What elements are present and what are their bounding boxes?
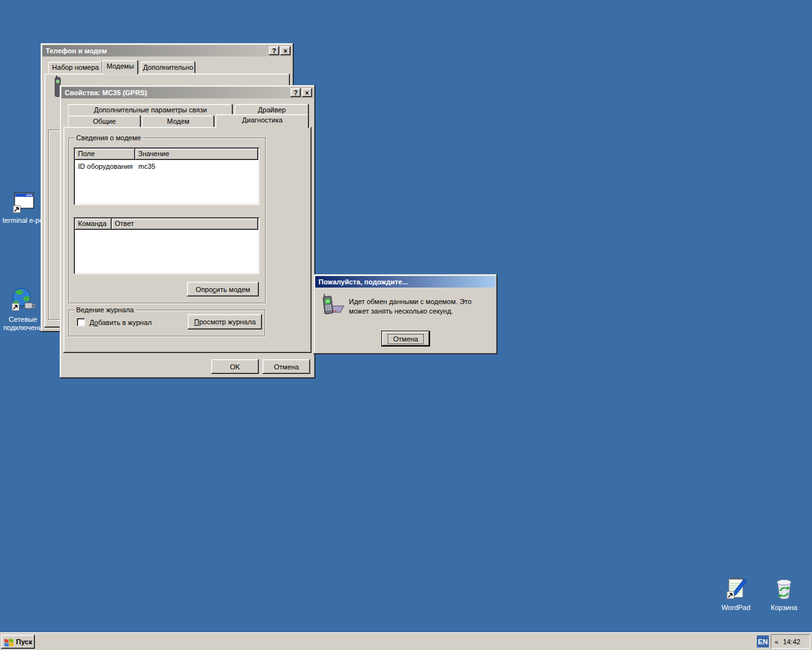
tab-obshchie[interactable]: Общие bbox=[68, 116, 141, 127]
ok-button[interactable]: OK bbox=[211, 359, 259, 374]
window-title: Телефон и модем bbox=[46, 47, 268, 55]
tab-dop-parametry-svyazi[interactable]: Дополнительные параметры связи bbox=[68, 104, 233, 116]
clock: 14:42 bbox=[783, 638, 801, 646]
column-header-otvet[interactable]: Ответ bbox=[112, 218, 258, 230]
icon-label: terminal e-po bbox=[0, 216, 47, 225]
icon-label-line1: Сетевые bbox=[0, 315, 47, 324]
wait-message: Идет обмен данными с модемом. Это может … bbox=[349, 297, 491, 316]
wait-dialog-titlebar[interactable]: Пожалуйста, подождите... bbox=[315, 276, 495, 288]
language-indicator[interactable]: EN bbox=[757, 635, 769, 647]
wait-cancel-button[interactable]: Отмена bbox=[382, 331, 429, 346]
please-wait-dialog: Пожалуйста, подождите... Идет обмен данн… bbox=[313, 274, 497, 354]
desktop-icon-network-connections[interactable]: Сетевые подключени bbox=[0, 287, 47, 332]
network-connections-globe-icon bbox=[10, 287, 36, 314]
logging-groupbox: Ведение журнала Добавить в журнал Просмо… bbox=[69, 310, 265, 336]
properties-titlebar[interactable]: Свойства: MC35 (GPRS) ? × bbox=[62, 87, 313, 98]
taskbar: Пуск EN « 14:42 bbox=[0, 632, 812, 650]
modem-info-groupbox: Сведения о модеме Поле Значение ID обору… bbox=[69, 138, 266, 303]
wordpad-notepad-pen-icon bbox=[723, 575, 749, 602]
desktop-icon-terminal[interactable]: terminal e-po bbox=[0, 192, 47, 225]
close-button[interactable]: × bbox=[302, 88, 312, 97]
tab-nabor-nomera[interactable]: Набор номера bbox=[48, 62, 103, 73]
icon-label: Корзина bbox=[760, 604, 808, 612]
tab-diagnostika[interactable]: Диагностика bbox=[216, 114, 309, 128]
groupbox-title: Ведение журнала bbox=[74, 306, 136, 314]
close-button[interactable]: × bbox=[280, 46, 291, 55]
start-label: Пуск bbox=[16, 638, 32, 646]
focus-rect: Отмена bbox=[388, 334, 424, 344]
icon-label: WordPad bbox=[712, 604, 760, 612]
tab-dopolnitelno[interactable]: Дополнительно bbox=[141, 62, 195, 73]
diagnostics-tab-page: Сведения о модеме Поле Значение ID обору… bbox=[63, 127, 311, 353]
add-to-log-label: Добавить в журнал bbox=[89, 319, 152, 326]
query-modem-button[interactable]: Опросить модем bbox=[187, 282, 259, 296]
view-log-button[interactable]: Просмотр журнала bbox=[188, 314, 262, 329]
column-header-pole[interactable]: Поле bbox=[75, 149, 135, 160]
desktop: terminal e-po Сетевые подключени bbox=[0, 0, 812, 650]
window-title: Пожалуйста, подождите... bbox=[318, 278, 494, 286]
desktop-icon-recycle-bin[interactable]: Корзина bbox=[760, 575, 808, 612]
system-tray: « 14:42 bbox=[771, 634, 810, 649]
icon-label-line2: подключени bbox=[0, 324, 47, 332]
start-button[interactable]: Пуск bbox=[1, 635, 35, 649]
cancel-button[interactable]: Отмена bbox=[263, 359, 310, 374]
modem-info-listview[interactable]: Поле Значение ID оборудования mc35 bbox=[74, 147, 259, 205]
command-response-listview[interactable]: Команда Ответ bbox=[74, 217, 259, 274]
app-window-shortcut-icon bbox=[10, 192, 36, 215]
windows-flag-icon bbox=[4, 637, 14, 647]
help-button[interactable]: ? bbox=[291, 88, 301, 97]
help-button[interactable]: ? bbox=[269, 46, 279, 55]
cell-hardware-id-value[interactable]: mc35 bbox=[138, 162, 155, 170]
desktop-icon-wordpad[interactable]: WordPad bbox=[712, 575, 760, 612]
column-header-komanda[interactable]: Команда bbox=[75, 218, 112, 230]
tray-chevron-button[interactable]: « bbox=[775, 638, 778, 646]
cell-hardware-id[interactable]: ID оборудования bbox=[78, 162, 133, 170]
add-to-log-checkbox[interactable] bbox=[77, 318, 85, 326]
column-header-znachenie[interactable]: Значение bbox=[135, 149, 258, 160]
recycle-bin-icon bbox=[771, 575, 797, 602]
tab-modemy[interactable]: Модемы bbox=[102, 60, 138, 74]
groupbox-title: Сведения о модеме bbox=[74, 134, 143, 142]
mobile-phone-and-modem-icon bbox=[322, 293, 345, 317]
modem-properties-window: Свойства: MC35 (GPRS) ? × Дополнительные… bbox=[60, 85, 315, 378]
tab-modem[interactable]: Модем bbox=[142, 116, 214, 127]
window-title: Свойства: MC35 (GPRS) bbox=[65, 89, 289, 96]
phone-modem-titlebar[interactable]: Телефон и модем ? × bbox=[43, 45, 292, 56]
